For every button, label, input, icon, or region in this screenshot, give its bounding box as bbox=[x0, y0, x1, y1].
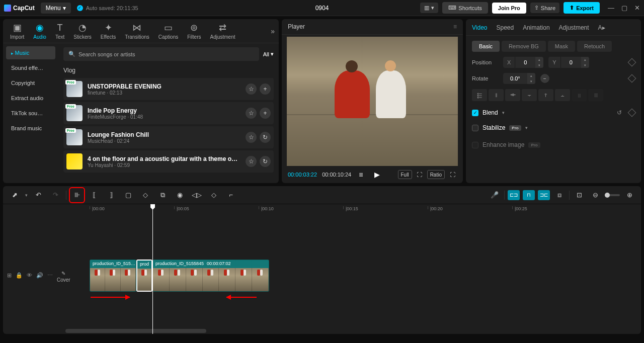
crop-tool[interactable]: ⌐ bbox=[224, 189, 237, 202]
menu-button[interactable]: Menu▾ bbox=[41, 3, 71, 14]
position-y-input[interactable]: Y0▴▾ bbox=[548, 57, 589, 68]
playhead[interactable] bbox=[152, 204, 153, 334]
blend-checkbox[interactable]: ✓ bbox=[472, 110, 478, 116]
tab-transitions[interactable]: ⋈Transitions bbox=[122, 21, 152, 41]
track-row[interactable]: Free UNSTOPPABLE EVENINGfinetune · 02:13… bbox=[63, 78, 274, 100]
project-title[interactable]: 0904 bbox=[315, 5, 329, 12]
tab-effects[interactable]: ✦Effects bbox=[98, 21, 119, 41]
category-extract-audio[interactable]: Extract audio bbox=[6, 92, 55, 105]
reset-icon[interactable]: ↺ bbox=[617, 109, 622, 116]
spin-down-icon[interactable]: ▾ bbox=[535, 62, 543, 68]
tab-text[interactable]: TText bbox=[52, 22, 67, 41]
subtab-mask[interactable]: Mask bbox=[548, 41, 575, 52]
mic-button[interactable]: 🎤 bbox=[488, 189, 501, 202]
undo-button[interactable]: ↶ bbox=[32, 189, 45, 202]
favorite-button[interactable]: ☆ bbox=[246, 132, 257, 143]
track-row[interactable]: Free Indie Pop EnergyFiniteMusicForge · … bbox=[63, 102, 274, 124]
list-icon[interactable]: ≣ bbox=[356, 170, 365, 179]
enhance-section[interactable]: Enhance image Pro bbox=[472, 141, 635, 148]
tab-adjustment[interactable]: ⇄Adjustment bbox=[207, 21, 238, 41]
inspector-tab-adjustment[interactable]: Adjustment bbox=[559, 24, 589, 31]
tab-import[interactable]: ▣Import bbox=[7, 21, 27, 41]
spin-up-icon[interactable]: ▴ bbox=[527, 73, 535, 78]
track-expand-icon[interactable]: ⊞ bbox=[7, 272, 12, 279]
rotate-tool[interactable]: ◇ bbox=[207, 189, 220, 202]
trim-left-tool[interactable]: ⟦ bbox=[88, 189, 101, 202]
keyframe-diamond[interactable] bbox=[628, 74, 636, 83]
subtab-basic[interactable]: Basic bbox=[472, 41, 500, 52]
zoom-in-button[interactable]: ⊕ bbox=[623, 189, 636, 202]
track-mute-icon[interactable]: 🔊 bbox=[36, 272, 43, 279]
add-track-button[interactable]: + bbox=[260, 108, 271, 119]
download-button[interactable]: ↻ bbox=[260, 132, 271, 143]
favorite-button[interactable]: ☆ bbox=[246, 108, 257, 119]
full-button[interactable]: Full bbox=[398, 170, 412, 179]
align-left-button[interactable]: ⬱ bbox=[472, 89, 487, 101]
video-track[interactable]: production_ID_515… prod production_ID_51… bbox=[90, 260, 269, 292]
ratio-button[interactable]: Ratio bbox=[427, 170, 445, 179]
close-button[interactable]: ✕ bbox=[634, 4, 640, 12]
tab-stickers[interactable]: ◔Stickers bbox=[70, 21, 95, 41]
share-button[interactable]: ⇪ Share bbox=[530, 3, 559, 13]
player-viewport[interactable] bbox=[287, 37, 458, 166]
timeline-tracks[interactable]: |00:00 |00:05 |00:10 |00:15 |00:20 |00:2… bbox=[65, 204, 641, 334]
rotate-input[interactable]: 0.0°▴▾ bbox=[503, 73, 535, 84]
favorite-button[interactable]: ☆ bbox=[246, 156, 257, 167]
minimize-button[interactable]: — bbox=[608, 4, 614, 12]
select-tool[interactable]: ⬈ bbox=[8, 189, 21, 202]
position-x-input[interactable]: X0▴▾ bbox=[503, 57, 543, 68]
enhance-checkbox[interactable] bbox=[472, 142, 478, 148]
inspector-tab-video[interactable]: Video bbox=[472, 24, 487, 31]
category-tiktok-sounds[interactable]: TikTok sou… bbox=[6, 107, 55, 120]
stabilize-section[interactable]: Stabilize Pro ▾ bbox=[472, 124, 635, 131]
filter-all-button[interactable]: All ▾ bbox=[263, 51, 274, 57]
rotate-dial-icon[interactable]: − bbox=[540, 74, 549, 83]
shortcuts-button[interactable]: ⌨ Shortcuts bbox=[442, 2, 488, 14]
record-tool[interactable]: ◉ bbox=[173, 189, 186, 202]
track-row[interactable]: Free Lounge Fashion ChillMusicHead · 02:… bbox=[63, 126, 274, 148]
snap-button-1[interactable]: ⊏⊐ bbox=[508, 190, 520, 200]
spin-down-icon[interactable]: ▾ bbox=[527, 78, 535, 84]
search-input[interactable]: 🔍 Search songs or artists bbox=[63, 47, 259, 61]
trim-right-tool[interactable]: ⟧ bbox=[105, 189, 118, 202]
track-row[interactable]: 4 on the floor and a acoustic guitar wit… bbox=[63, 150, 274, 173]
split-tool[interactable]: ⊪ bbox=[70, 189, 84, 202]
snap-button-3[interactable]: ⊐⊏ bbox=[538, 190, 550, 200]
category-sound-effects[interactable]: Sound effe… bbox=[6, 61, 55, 74]
align-right-button[interactable]: ⬲ bbox=[505, 89, 520, 101]
clip-1[interactable]: production_ID_515… bbox=[90, 260, 136, 292]
link-button[interactable]: ⧈ bbox=[553, 189, 566, 202]
chevron-down-icon[interactable]: ▾ bbox=[25, 193, 28, 198]
zoom-out-button[interactable]: ⊖ bbox=[589, 189, 602, 202]
align-top-button[interactable]: ⫟ bbox=[522, 89, 537, 101]
copy-tool[interactable]: ⧉ bbox=[156, 189, 169, 202]
mirror-tool[interactable]: ◁▷ bbox=[190, 189, 203, 202]
tab-audio[interactable]: ◉Audio bbox=[30, 21, 49, 41]
player-menu-button[interactable]: ≡ bbox=[453, 23, 457, 30]
layout-button[interactable]: ▥ ▾ bbox=[420, 3, 438, 13]
preview-button[interactable]: ⊡ bbox=[573, 189, 586, 202]
scale-icon[interactable]: ⛶ bbox=[415, 170, 424, 179]
zoom-slider[interactable] bbox=[605, 194, 620, 196]
delete-tool[interactable]: ▢ bbox=[122, 189, 135, 202]
align-center-h-button[interactable]: ⫴ bbox=[489, 89, 504, 101]
inspector-tab-speed[interactable]: Speed bbox=[496, 24, 514, 31]
play-button[interactable]: ▶ bbox=[374, 170, 380, 179]
stabilize-checkbox[interactable] bbox=[472, 125, 478, 131]
snap-button-2[interactable]: ⊓ bbox=[523, 190, 535, 200]
spin-up-icon[interactable]: ▴ bbox=[535, 57, 543, 62]
export-button[interactable]: ⬆ Export bbox=[564, 2, 600, 14]
keyframe-diamond[interactable] bbox=[628, 58, 636, 67]
align-bottom-button[interactable]: ⫠ bbox=[555, 89, 570, 101]
clip-2[interactable]: prod bbox=[136, 260, 152, 292]
subtab-remove-bg[interactable]: Remove BG bbox=[502, 41, 546, 52]
marker-tool[interactable]: ◇ bbox=[139, 189, 152, 202]
clip-3[interactable]: production_ID_515584500:00:07:02 bbox=[152, 260, 269, 292]
inspector-tab-animation[interactable]: Animation bbox=[523, 24, 549, 31]
keyframe-diamond[interactable] bbox=[628, 109, 636, 117]
track-visibility-icon[interactable]: 👁 bbox=[27, 272, 32, 279]
category-copyright[interactable]: Copyright bbox=[6, 76, 55, 90]
maximize-button[interactable]: ▢ bbox=[621, 4, 627, 12]
blend-section[interactable]: ✓ Blend ▾ ↺ bbox=[472, 109, 635, 116]
spin-down-icon[interactable]: ▾ bbox=[581, 62, 589, 68]
